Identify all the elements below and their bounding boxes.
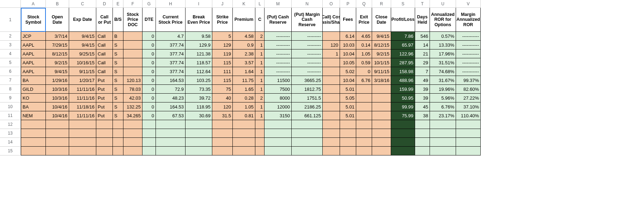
- header-cell-A[interactable]: Stock Symbol: [21, 8, 46, 32]
- cell-V3[interactable]: -----------: [456, 41, 481, 49]
- cell-V15[interactable]: [456, 147, 481, 155]
- cell-C12[interactable]: [69, 120, 96, 129]
- cell-P9[interactable]: 5.05: [340, 94, 356, 102]
- cell-O10[interactable]: [323, 102, 340, 111]
- row-header-12[interactable]: 12: [0, 120, 21, 129]
- cell-T2[interactable]: 546: [415, 32, 430, 41]
- cell-D13[interactable]: [96, 129, 113, 138]
- cell-O13[interactable]: [323, 129, 340, 138]
- cell-C11[interactable]: 11/11/16: [69, 111, 96, 120]
- cell-A15[interactable]: [21, 147, 46, 155]
- cell-I7[interactable]: 103.25: [186, 76, 212, 85]
- header-cell-C[interactable]: Exp Date: [69, 8, 96, 32]
- cell-O3[interactable]: 120: [323, 41, 340, 49]
- cell-N10[interactable]: 2186.25: [292, 102, 323, 111]
- cell-J2[interactable]: 5: [212, 32, 233, 41]
- col-header-U[interactable]: U: [430, 0, 456, 8]
- cell-C2[interactable]: 9/4/15: [69, 32, 96, 41]
- cell-L4[interactable]: 1: [255, 49, 265, 58]
- cell-U2[interactable]: 0.57%: [430, 32, 456, 41]
- cell-Q5[interactable]: 0.59: [356, 58, 372, 67]
- cell-C3[interactable]: 9/4/15: [69, 41, 96, 49]
- cell-P2[interactable]: 6.14: [340, 32, 356, 41]
- cell-K5[interactable]: 3.57: [233, 58, 255, 67]
- cell-P10[interactable]: 5.01: [340, 102, 356, 111]
- cell-I15[interactable]: [186, 147, 212, 155]
- cell-N3[interactable]: ---------: [292, 41, 323, 49]
- cell-D2[interactable]: Call: [96, 32, 113, 41]
- cell-A5[interactable]: AAPL: [21, 58, 46, 67]
- col-header-Q[interactable]: Q: [356, 0, 372, 8]
- cell-U12[interactable]: [430, 120, 456, 129]
- row-header-6[interactable]: 6: [0, 67, 21, 76]
- cell-M14[interactable]: [265, 138, 292, 147]
- cell-U14[interactable]: [430, 138, 456, 147]
- cell-E6[interactable]: S: [113, 67, 123, 76]
- row-header-14[interactable]: 14: [0, 138, 21, 147]
- cell-L14[interactable]: [255, 138, 265, 147]
- row-header-1[interactable]: 1: [0, 8, 21, 32]
- row-header-2[interactable]: 2: [0, 32, 21, 41]
- cell-P3[interactable]: 10.03: [340, 41, 356, 49]
- cell-S4[interactable]: 122.96: [391, 49, 415, 58]
- cell-R3[interactable]: 8/12/15: [372, 41, 391, 49]
- col-header-S[interactable]: S: [391, 0, 415, 8]
- cell-H5[interactable]: 377.74: [156, 58, 186, 67]
- cell-U9[interactable]: 5.96%: [430, 94, 456, 102]
- cell-G6[interactable]: 0: [142, 67, 156, 76]
- cell-E2[interactable]: B: [113, 32, 123, 41]
- cell-Q10[interactable]: [356, 102, 372, 111]
- col-header-C[interactable]: C: [69, 0, 96, 8]
- cell-I11[interactable]: 30.69: [186, 111, 212, 120]
- cell-E8[interactable]: S: [113, 85, 123, 94]
- cell-F3[interactable]: [123, 41, 142, 49]
- cell-F4[interactable]: [123, 49, 142, 58]
- cell-A9[interactable]: KO: [21, 94, 46, 102]
- select-all-corner[interactable]: [0, 0, 21, 8]
- cell-L5[interactable]: 1: [255, 58, 265, 67]
- cell-K8[interactable]: 1.65: [233, 85, 255, 94]
- cell-U3[interactable]: 13.33%: [430, 41, 456, 49]
- cell-U6[interactable]: 74.68%: [430, 67, 456, 76]
- cell-S8[interactable]: 159.99: [391, 85, 415, 94]
- cell-N12[interactable]: [292, 120, 323, 129]
- cell-S11[interactable]: 75.99: [391, 111, 415, 120]
- cell-F2[interactable]: [123, 32, 142, 41]
- cell-S13[interactable]: [391, 129, 415, 138]
- cell-J7[interactable]: 115: [212, 76, 233, 85]
- header-cell-R[interactable]: Close Date: [372, 8, 391, 32]
- cell-B15[interactable]: [46, 147, 69, 155]
- cell-P14[interactable]: [340, 138, 356, 147]
- cell-V7[interactable]: 99.37%: [456, 76, 481, 85]
- cell-L7[interactable]: 1: [255, 76, 265, 85]
- cell-E14[interactable]: [113, 138, 123, 147]
- row-header-11[interactable]: 11: [0, 111, 21, 120]
- cell-H3[interactable]: 377.74: [156, 41, 186, 49]
- cell-Q3[interactable]: 0.14: [356, 41, 372, 49]
- col-header-I[interactable]: I: [186, 0, 212, 8]
- cell-U7[interactable]: 31.67%: [430, 76, 456, 85]
- row-header-9[interactable]: 9: [0, 94, 21, 102]
- cell-M12[interactable]: [265, 120, 292, 129]
- cell-O14[interactable]: [323, 138, 340, 147]
- cell-N14[interactable]: [292, 138, 323, 147]
- row-header-7[interactable]: 7: [0, 76, 21, 85]
- cell-U4[interactable]: 17.96%: [430, 49, 456, 58]
- cell-V10[interactable]: 37.10%: [456, 102, 481, 111]
- header-cell-M[interactable]: (Put) Cash Reserve: [265, 8, 292, 32]
- cell-D6[interactable]: Call: [96, 67, 113, 76]
- cell-H11[interactable]: 67.53: [156, 111, 186, 120]
- cell-P6[interactable]: 5.02: [340, 67, 356, 76]
- cell-N11[interactable]: 661.125: [292, 111, 323, 120]
- cell-U10[interactable]: 6.76%: [430, 102, 456, 111]
- cell-D8[interactable]: Put: [96, 85, 113, 94]
- header-cell-D[interactable]: Call or Put: [96, 8, 113, 32]
- cell-A13[interactable]: [21, 129, 46, 138]
- header-cell-O[interactable]: (Call) Cost Basis/Share: [323, 8, 340, 32]
- cell-A4[interactable]: AAPL: [21, 49, 46, 58]
- cell-P15[interactable]: [340, 147, 356, 155]
- cell-F12[interactable]: [123, 120, 142, 129]
- cell-V14[interactable]: [456, 138, 481, 147]
- row-header-3[interactable]: 3: [0, 41, 21, 49]
- cell-L13[interactable]: [255, 129, 265, 138]
